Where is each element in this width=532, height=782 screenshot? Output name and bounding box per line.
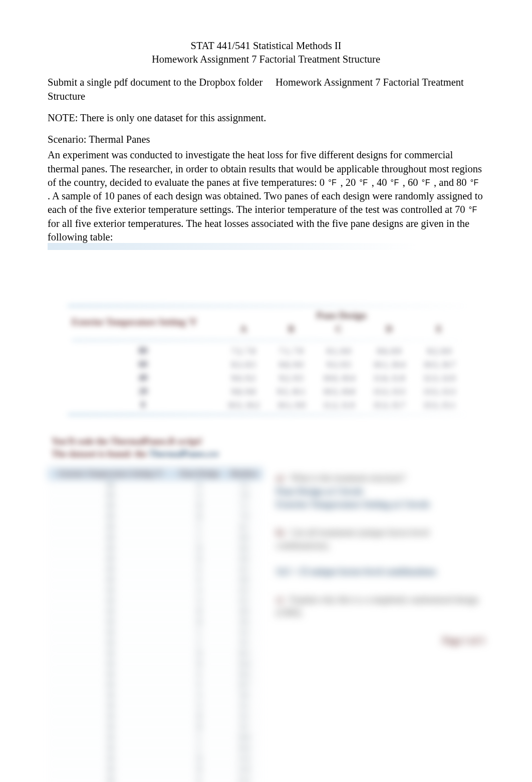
cell-value: 60 — [48, 670, 173, 680]
cell-value: 10.1 — [225, 649, 263, 659]
table-row: 60A8.5 — [48, 596, 263, 607]
cell-value: A — [173, 701, 225, 712]
cell-value: 9.2 — [225, 712, 263, 722]
cell-value: 10.1, 10.4 — [364, 358, 414, 371]
table-row: 60C9.3 — [48, 628, 263, 638]
cell-value: 8.9 — [225, 554, 263, 565]
table-row: 60B9.0 — [48, 617, 263, 628]
col-d: D — [364, 323, 414, 336]
cell-value: 8.8, 9.0 — [269, 358, 314, 371]
cell-value: 60 — [48, 659, 173, 670]
scenario-seg4: , 60 — [400, 177, 421, 188]
cell-value: 8.8 — [225, 607, 263, 617]
table-row: 40B9.2 — [48, 712, 263, 722]
cell-value: 10.4 — [225, 743, 263, 754]
col-e: E — [414, 323, 464, 336]
cell-value: 7.9 — [225, 512, 263, 523]
page: STAT 441/541 Statistical Methods II Home… — [0, 0, 532, 782]
cell-value: 9.8, 9.8 — [218, 385, 269, 398]
table-row: 80C8.1 — [48, 523, 263, 533]
cell-value: 9.2 — [225, 701, 263, 712]
cell-value: 11.6, 11.8 — [364, 371, 414, 385]
table-row: 608.3, 8.58.8, 9.09.3, 9.510.1, 10.410.5… — [68, 358, 464, 371]
cell-value: 40 — [48, 733, 173, 743]
table-row: 409.0, 9.29.2, 9.510.0, 10.411.6, 11.812… — [68, 371, 464, 385]
cell-value: E — [173, 680, 225, 691]
row-temp: 40 — [68, 371, 218, 385]
cell-value: 60 — [48, 586, 173, 596]
cell-value: 8.3, 8.5 — [218, 358, 269, 371]
scenario-seg2: , 20 — [338, 177, 358, 188]
cell-value: E — [173, 775, 225, 782]
table-row: 40D11.8 — [48, 764, 263, 775]
cell-value: C — [173, 733, 225, 743]
group-header: Pane Design — [218, 309, 464, 323]
scenario-seg3: , 40 — [369, 177, 390, 188]
cell-value: 9.3 — [225, 628, 263, 638]
scenario-seg7: for all five exterior temperatures. The … — [48, 218, 469, 242]
cell-value: 7.2, 7.8 — [218, 344, 269, 358]
row-header: Exterior Temperature Setting °F — [68, 309, 218, 336]
table-row: 80E8.2 — [48, 565, 263, 575]
table-row: 40A9.0 — [48, 691, 263, 701]
note-line-1: You'll code the ThermalPanes.R script! — [52, 435, 480, 448]
cell-value: D — [173, 659, 225, 670]
question-a-text: What is the treatment structure? — [290, 473, 405, 483]
question-b: b) List all treatments (unique factor-le… — [276, 526, 484, 578]
cell-value: C — [173, 628, 225, 638]
page-header: STAT 441/541 Statistical Methods II Home… — [48, 39, 484, 66]
cell-value: C — [173, 743, 225, 754]
cell-value: 8.1 — [225, 523, 263, 533]
table-row: 80D8.6 — [48, 544, 263, 554]
cell-value: 10.1, 9.9 — [269, 398, 314, 412]
table-row: 80D8.9 — [48, 554, 263, 565]
cell-value: 9.5 — [225, 722, 263, 733]
cell-value: 9.3, 9.5 — [314, 358, 364, 371]
highlight-strip — [48, 243, 484, 250]
cell-value: 60 — [48, 607, 173, 617]
row-temp: 80 — [68, 344, 218, 358]
cell-value: A — [173, 586, 225, 596]
question-b-ans: 5x5 = 25 unique factor-level combination… — [276, 567, 436, 577]
cell-value: B — [173, 712, 225, 722]
table-row: 60C9.5 — [48, 638, 263, 649]
cell-value: A — [173, 596, 225, 607]
cell-value: 10.7 — [225, 680, 263, 691]
cell-value: 13.5, 13.3 — [414, 385, 464, 398]
questions: a) What is the treatment structure? Pane… — [276, 467, 484, 647]
cell-value: 8.0 — [225, 575, 263, 586]
question-a: a) What is the treatment structure? Pane… — [276, 471, 484, 510]
cell-value: 80 — [48, 533, 173, 544]
col-b: B — [269, 323, 314, 336]
table-row: 40C10.4 — [48, 743, 263, 754]
question-c: c) Explain why this is a completely rand… — [276, 593, 484, 619]
deg-f-unit: °F — [468, 205, 478, 214]
cell-value: B — [173, 722, 225, 733]
cell-value: 9.0 — [225, 691, 263, 701]
cell-value: 12.3, 12.0 — [414, 371, 464, 385]
scenario-seg6: . A sample of 10 panes of each design wa… — [48, 190, 483, 215]
dataset-filename: ThermalPanes.csv — [149, 449, 219, 459]
cell-value: 40 — [48, 722, 173, 733]
cell-value: 8.6 — [225, 544, 263, 554]
long-table: Exterior Temperature Setting °F Pane Des… — [48, 467, 263, 782]
table-row: 60A8.3 — [48, 586, 263, 596]
cell-value: 10.5, 10.7 — [414, 358, 464, 371]
table-row: 40D11.6 — [48, 754, 263, 764]
question-b-text: List all treatments (unique factor-level… — [276, 528, 429, 551]
row-temp: 60 — [68, 358, 218, 371]
cell-value: E — [173, 575, 225, 586]
question-a-num: a) — [276, 473, 284, 483]
data-table: Exterior Temperature Setting °F Pane Des… — [68, 305, 464, 415]
scenario-body: An experiment was conducted to investiga… — [48, 148, 484, 244]
lt-head-heatloss: Heatloss — [225, 467, 263, 480]
cell-value: B — [173, 512, 225, 523]
cell-value: 40 — [48, 743, 173, 754]
cell-value: A — [173, 491, 225, 501]
submit-text: Submit a single pdf document to the Drop… — [48, 77, 265, 88]
row-temp: 0 — [68, 398, 218, 412]
table-row: 60D10.1 — [48, 649, 263, 659]
note-line: NOTE: There is only one dataset for this… — [48, 111, 484, 125]
cell-value: 8.2 — [225, 565, 263, 575]
cell-value: 9.2, 9.5 — [269, 371, 314, 385]
